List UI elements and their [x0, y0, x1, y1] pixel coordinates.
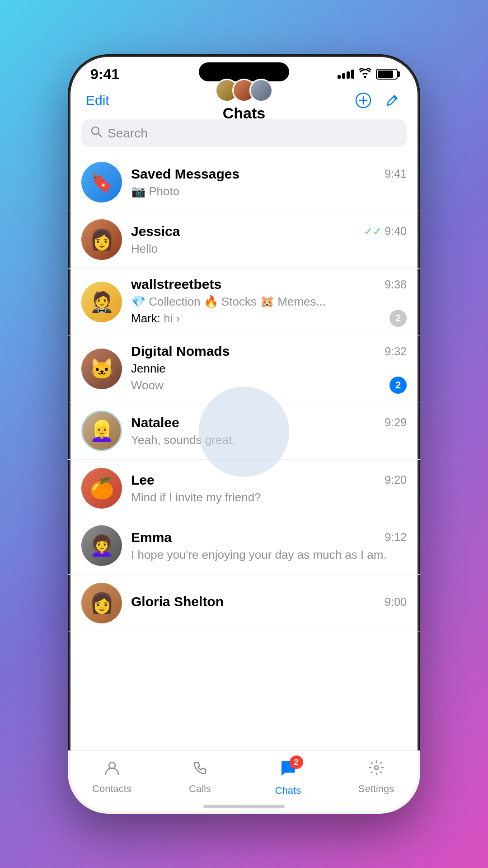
- chat-time-gloria: 9:00: [385, 595, 407, 609]
- avatar-digital-nomads: 🐱: [81, 349, 122, 389]
- tab-contacts[interactable]: Contacts: [89, 759, 135, 795]
- chat-item-natalee[interactable]: 👱‍♀️ Natalee 9:29 Yeah, sounds great.: [68, 402, 420, 460]
- chat-preview-digital-1: Jennie: [131, 362, 407, 376]
- signal-icon: [338, 70, 354, 79]
- calls-icon: [192, 759, 209, 780]
- avatar-jessica: 👩: [81, 219, 122, 260]
- nav-header: Edit Chats: [68, 86, 420, 117]
- chat-item-emma[interactable]: 👩‍🦱 Emma 9:12 I hope you're enjoying you…: [68, 517, 420, 575]
- home-indicator: [203, 805, 285, 808]
- chats-icon: 2: [279, 759, 298, 782]
- tab-calls[interactable]: Calls: [178, 759, 223, 795]
- chat-info-lee: Lee 9:20 Mind if I invite my friend?: [131, 472, 407, 505]
- chat-name-natalee: Natalee: [131, 415, 179, 430]
- phone-frame: 9:41 Edit: [68, 54, 420, 814]
- chat-item-lee[interactable]: 🍊 Lee 9:20 Mind if I invite my friend?: [68, 460, 420, 517]
- tab-chats[interactable]: 2 Chats: [266, 759, 311, 797]
- battery-icon: [376, 69, 398, 80]
- wifi-icon: [359, 67, 371, 81]
- chat-info-wallstreetbets: wallstreetbets 9:38 💎 Collection 🔥 Stock…: [131, 277, 407, 327]
- tab-label-settings: Settings: [358, 783, 394, 795]
- story-avatar-3[interactable]: [249, 79, 273, 102]
- chat-preview-jessica: Hello: [131, 242, 158, 256]
- chat-time-natalee: 9:29: [385, 416, 407, 429]
- chat-time-wallstreetbets: 9:38: [385, 278, 407, 291]
- chat-list: 🔖 Saved Messages 9:41 📷 Photo 👩 Jessica: [68, 154, 420, 710]
- chat-preview-emma: I hope you're enjoying your day as much …: [131, 548, 387, 562]
- search-bar[interactable]: Search: [81, 119, 407, 147]
- chat-preview-lee: Mind if I invite my friend?: [131, 491, 261, 505]
- search-icon: [90, 126, 102, 141]
- chat-item-saved-messages[interactable]: 🔖 Saved Messages 9:41 📷 Photo: [68, 154, 420, 211]
- chat-info-emma: Emma 9:12 I hope you're enjoying your da…: [131, 530, 407, 562]
- tab-label-calls: Calls: [189, 783, 211, 795]
- svg-line-4: [98, 133, 101, 137]
- tab-label-contacts: Contacts: [92, 783, 131, 795]
- header-center: Chats: [215, 79, 273, 122]
- chat-item-gloria[interactable]: 👩 Gloria Shelton 9:00: [68, 575, 420, 632]
- chat-time-emma: 9:12: [385, 531, 407, 544]
- contacts-icon: [103, 759, 121, 780]
- status-icons: [338, 67, 398, 81]
- chat-time-saved-messages: 9:41: [385, 167, 407, 180]
- search-placeholder-text: Search: [108, 126, 148, 141]
- chat-time-jessica: 9:40: [385, 225, 407, 238]
- header-actions: [353, 90, 402, 110]
- chat-name-lee: Lee: [131, 472, 155, 488]
- unread-badge-digital-nomads: 2: [389, 377, 407, 394]
- chat-item-digital-nomads[interactable]: 🐱 Digital Nomads 9:32 Jennie Woow 2: [68, 335, 420, 402]
- avatar-wallstreetbets: 🤵: [81, 282, 122, 322]
- chat-info-digital-nomads: Digital Nomads 9:32 Jennie Woow 2: [131, 344, 407, 394]
- chat-info-jessica: Jessica ✓✓ 9:40 Hello: [131, 224, 407, 256]
- chat-info-gloria: Gloria Shelton 9:00: [131, 594, 407, 612]
- avatar-lee: 🍊: [81, 468, 122, 509]
- chat-preview-saved-messages: 📷 Photo: [131, 184, 179, 198]
- chat-name-digital-nomads: Digital Nomads: [131, 344, 230, 359]
- add-chat-button[interactable]: [353, 90, 373, 110]
- chat-preview-wallstreetbets-2: Mark: hi ›: [131, 311, 180, 326]
- chat-preview-digital-2: Woow: [131, 378, 164, 392]
- chat-name-wallstreetbets: wallstreetbets: [131, 277, 221, 292]
- edit-button[interactable]: Edit: [86, 93, 109, 108]
- story-avatars[interactable]: [215, 79, 273, 102]
- chat-info-natalee: Natalee 9:29 Yeah, sounds great.: [131, 415, 407, 447]
- svg-point-6: [375, 766, 378, 769]
- double-check-icon-jessica: ✓✓: [364, 225, 382, 238]
- chat-name-jessica: Jessica: [131, 224, 180, 239]
- chat-preview-natalee: Yeah, sounds great.: [131, 433, 235, 447]
- avatar-gloria: 👩: [81, 583, 122, 623]
- unread-badge-wallstreetbets: 2: [389, 310, 407, 327]
- page-title: Chats: [223, 104, 265, 122]
- tab-label-chats: Chats: [275, 785, 301, 797]
- avatar-emma: 👩‍🦱: [81, 525, 122, 566]
- avatar-saved-messages: 🔖: [81, 162, 122, 203]
- chats-tab-badge: 2: [290, 755, 303, 769]
- bookmark-icon: 🔖: [90, 171, 113, 193]
- chat-item-jessica[interactable]: 👩 Jessica ✓✓ 9:40 Hello: [68, 211, 420, 269]
- chat-time-lee: 9:20: [385, 473, 407, 486]
- chat-time-digital-nomads: 9:32: [385, 345, 407, 358]
- tab-settings[interactable]: Settings: [354, 759, 399, 795]
- avatar-natalee: 👱‍♀️: [81, 410, 122, 451]
- settings-icon: [368, 759, 385, 780]
- tab-bar: Contacts Calls 2 Chats: [68, 750, 420, 814]
- chat-info-saved-messages: Saved Messages 9:41 📷 Photo: [131, 166, 407, 198]
- compose-button[interactable]: [382, 90, 402, 110]
- chat-item-wallstreetbets[interactable]: 🤵 wallstreetbets 9:38 💎 Collection 🔥 Sto…: [68, 269, 420, 335]
- chat-name-saved-messages: Saved Messages: [131, 166, 239, 182]
- status-time: 9:41: [90, 66, 119, 83]
- chat-name-emma: Emma: [131, 530, 172, 545]
- chat-name-gloria: Gloria Shelton: [131, 594, 224, 609]
- chat-preview-wallstreetbets-1: 💎 Collection 🔥 Stocks 🐹 Memes...: [131, 295, 407, 309]
